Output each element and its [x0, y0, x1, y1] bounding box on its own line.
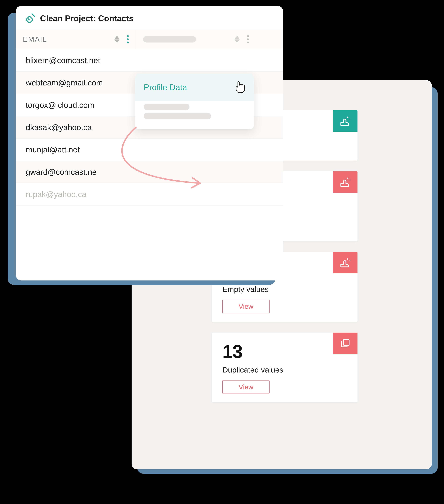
- menu-item-placeholder[interactable]: [144, 113, 211, 119]
- sort-icon[interactable]: [114, 36, 120, 43]
- column-header-email[interactable]: EMAIL: [16, 29, 136, 49]
- cell-email: munjal@att.net: [26, 145, 80, 154]
- broom-icon: [26, 13, 36, 23]
- view-button[interactable]: View: [222, 300, 270, 313]
- pointer-cursor-icon: [234, 80, 245, 94]
- table-row[interactable]: rupak@yahoo.ca: [16, 183, 283, 205]
- hand-sparkle-icon: [333, 110, 358, 132]
- menu-item-placeholder[interactable]: [144, 104, 189, 110]
- view-button[interactable]: View: [222, 380, 270, 394]
- cell-email: webteam@gmail.com: [26, 78, 103, 87]
- cell-email: dkasak@yahoo.ca: [26, 123, 92, 132]
- placeholder-pill: [143, 36, 196, 42]
- table-row[interactable]: munjal@att.net: [16, 139, 283, 161]
- panel-title: Clean Project: Contacts: [40, 14, 134, 23]
- sort-icon[interactable]: [235, 36, 240, 43]
- table-row[interactable]: blixem@comcast.net: [16, 49, 283, 72]
- column-header-placeholder[interactable]: [136, 29, 256, 49]
- cell-email: gward@comcast.ne: [26, 167, 97, 177]
- hand-sparkle-icon: [333, 252, 358, 273]
- cell-email: blixem@comcast.net: [26, 56, 100, 65]
- table-row[interactable]: gward@comcast.ne: [16, 161, 283, 183]
- card-label: Empty values: [222, 285, 347, 294]
- card-label: Duplicated values: [222, 365, 347, 374]
- cell-email: rupak@yahoo.ca: [26, 190, 86, 199]
- table-header: EMAIL: [16, 29, 283, 49]
- column-label: EMAIL: [23, 35, 47, 43]
- hand-sparkle-icon: [333, 171, 358, 193]
- menu-item-label: Profile Data: [144, 82, 187, 92]
- kebab-icon[interactable]: [127, 35, 129, 43]
- table-panel: Clean Project: Contacts EMAIL blixem@com…: [16, 6, 283, 280]
- menu-item-profile-data[interactable]: Profile Data: [135, 74, 254, 101]
- kebab-icon[interactable]: [247, 35, 249, 43]
- cell-email: torgox@icloud.com: [26, 100, 94, 109]
- svg-rect-0: [343, 340, 349, 345]
- card-duplicated-values: 13 Duplicated values View: [212, 333, 358, 403]
- panel-title-row: Clean Project: Contacts: [16, 6, 283, 29]
- column-menu-popover: Profile Data: [135, 74, 254, 129]
- stack-icon: [333, 333, 358, 354]
- card-value: 13: [222, 342, 347, 361]
